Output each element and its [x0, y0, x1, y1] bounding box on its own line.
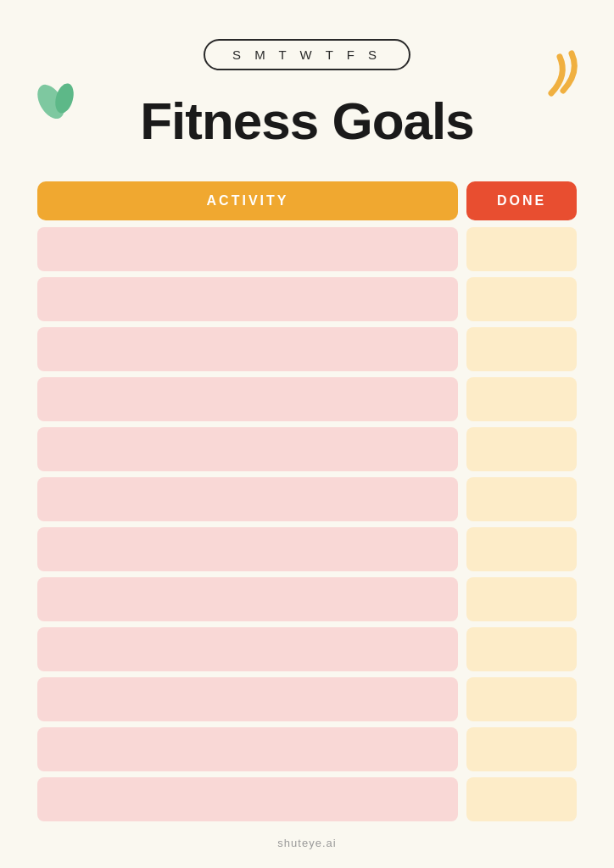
deco-green-icon [36, 75, 80, 119]
done-cell[interactable] [466, 577, 577, 621]
done-cell[interactable] [466, 627, 577, 671]
done-cell[interactable] [466, 477, 577, 521]
done-cell[interactable] [466, 327, 577, 371]
table-row [37, 527, 577, 571]
days-pill: S M T W T F S [204, 39, 410, 70]
table-body [37, 227, 577, 821]
done-cell[interactable] [466, 777, 577, 821]
table-row [37, 227, 577, 271]
activity-cell[interactable] [37, 377, 458, 421]
activity-cell[interactable] [37, 727, 458, 771]
page-title: Fitness Goals [140, 91, 474, 151]
table-row [37, 277, 577, 321]
footer-text: shuteye.ai [277, 837, 336, 849]
page: S M T W T F S Fitness Goals ACTIVITY DON… [0, 0, 614, 868]
done-cell[interactable] [466, 227, 577, 271]
activity-cell[interactable] [37, 527, 458, 571]
activity-cell[interactable] [37, 427, 458, 471]
activity-cell[interactable] [37, 227, 458, 271]
activity-cell[interactable] [37, 777, 458, 821]
table-header: ACTIVITY DONE [37, 181, 577, 220]
table-row [37, 627, 577, 671]
done-cell[interactable] [466, 277, 577, 321]
table-row [37, 427, 577, 471]
activity-cell[interactable] [37, 677, 458, 721]
table-row [37, 677, 577, 721]
done-cell[interactable] [466, 427, 577, 471]
activity-cell[interactable] [37, 477, 458, 521]
fitness-table: ACTIVITY DONE [37, 181, 577, 821]
activity-cell[interactable] [37, 627, 458, 671]
table-row [37, 577, 577, 621]
days-label: S M T W T F S [232, 47, 382, 62]
table-row [37, 327, 577, 371]
table-row [37, 727, 577, 771]
activity-cell[interactable] [37, 577, 458, 621]
activity-cell[interactable] [37, 327, 458, 371]
done-cell[interactable] [466, 527, 577, 571]
table-row [37, 777, 577, 821]
done-header: DONE [466, 181, 577, 220]
deco-orange-icon [527, 47, 580, 99]
table-row [37, 377, 577, 421]
table-row [37, 477, 577, 521]
done-cell[interactable] [466, 677, 577, 721]
done-cell[interactable] [466, 377, 577, 421]
activity-header: ACTIVITY [37, 181, 458, 220]
done-cell[interactable] [466, 727, 577, 771]
activity-cell[interactable] [37, 277, 458, 321]
